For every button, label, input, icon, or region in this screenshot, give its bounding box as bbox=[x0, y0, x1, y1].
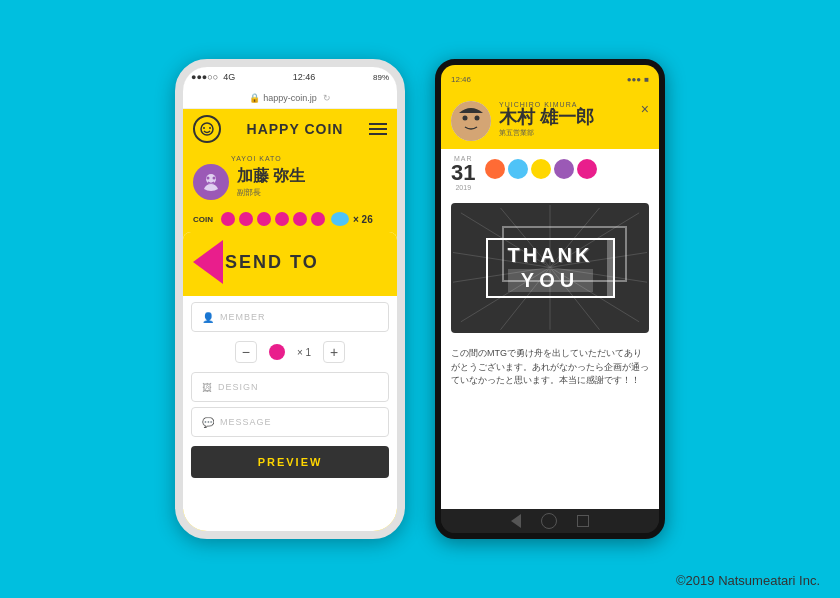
svg-point-7 bbox=[463, 116, 468, 121]
android-phone: 12:46 ●●● ■ bbox=[435, 59, 665, 539]
date-block: MAR 31 2019 bbox=[451, 155, 475, 191]
network-type: 4G bbox=[223, 72, 235, 82]
send-header: SEND TO bbox=[183, 232, 397, 296]
svg-point-1 bbox=[203, 127, 205, 129]
coin-dot-4 bbox=[275, 212, 289, 226]
refresh-icon[interactable]: ↻ bbox=[323, 93, 331, 103]
quantity-coin bbox=[269, 344, 285, 360]
app-header: HAPPY COIN bbox=[183, 109, 397, 149]
coin-count: × 26 bbox=[353, 214, 373, 225]
coin-dot-2 bbox=[239, 212, 253, 226]
coin-dot-5 bbox=[293, 212, 307, 226]
iphone-status-bar: ●●●○○ 4G 12:46 89% bbox=[183, 67, 397, 87]
person-avatar-photo bbox=[451, 101, 491, 141]
hamburger-menu[interactable] bbox=[369, 123, 387, 135]
member-field[interactable]: 👤 MEMBER bbox=[191, 302, 389, 332]
profile-name-romaji: YAYOI KATO bbox=[231, 155, 387, 162]
preview-button[interactable]: PREVIEW bbox=[191, 446, 389, 478]
member-placeholder: MEMBER bbox=[220, 312, 266, 322]
user-avatar bbox=[193, 164, 229, 200]
svg-point-6 bbox=[451, 101, 491, 141]
design-placeholder: DESIGN bbox=[218, 382, 259, 392]
coin-row: COIN × 26 bbox=[183, 208, 397, 232]
date-year: 2019 bbox=[451, 184, 475, 191]
recents-button[interactable] bbox=[577, 515, 589, 527]
image-icon: 🖼 bbox=[202, 382, 212, 393]
copyright-text: ©2019 Natsumeatari Inc. bbox=[676, 573, 820, 588]
user-dept: 副部長 bbox=[237, 187, 305, 198]
reaction-dot-4 bbox=[554, 159, 574, 179]
battery-level: 89% bbox=[373, 73, 389, 82]
coin-separator bbox=[331, 212, 349, 226]
design-field[interactable]: 🖼 DESIGN bbox=[191, 372, 389, 402]
close-button[interactable]: × bbox=[641, 101, 649, 117]
thank-you-card-image: THANK YOU bbox=[451, 203, 649, 333]
android-battery: ■ bbox=[644, 75, 649, 84]
profile-section: YAYOI KATO 加藤 弥生 副部長 bbox=[183, 149, 397, 208]
reaction-dot-5 bbox=[577, 159, 597, 179]
quantity-value: × 1 bbox=[297, 347, 311, 358]
reaction-dots bbox=[485, 155, 597, 179]
coin-dot-3 bbox=[257, 212, 271, 226]
coin-dot-1 bbox=[221, 212, 235, 226]
svg-point-8 bbox=[475, 116, 480, 121]
message-icon: 💬 bbox=[202, 417, 214, 428]
reaction-dot-3 bbox=[531, 159, 551, 179]
clock-time: 12:46 bbox=[293, 72, 316, 82]
iphone-url-bar[interactable]: 🔒 happy-coin.jp ↻ bbox=[183, 87, 397, 109]
app-logo bbox=[193, 115, 221, 143]
card-person-info: YUICHIRO KIMURA 木村 雄一郎 第五営業部 bbox=[499, 101, 633, 138]
date-reaction-row: MAR 31 2019 bbox=[441, 149, 659, 197]
message-placeholder: MESSAGE bbox=[220, 417, 272, 427]
android-card-header: YUICHIRO KIMURA 木村 雄一郎 第五営業部 × bbox=[441, 93, 659, 149]
android-bottom-nav bbox=[441, 509, 659, 533]
arrow-icon bbox=[193, 240, 223, 284]
coin-dot-6 bbox=[311, 212, 325, 226]
android-time: 12:46 bbox=[451, 75, 471, 84]
iphone-phone: ●●●○○ 4G 12:46 89% 🔒 happy-coin.jp ↻ bbox=[175, 59, 405, 539]
home-button[interactable] bbox=[541, 513, 557, 529]
decrease-button[interactable]: − bbox=[235, 341, 257, 363]
android-content: YUICHIRO KIMURA 木村 雄一郎 第五営業部 × MAR 31 20… bbox=[441, 93, 659, 509]
reaction-dot-2 bbox=[508, 159, 528, 179]
lock-icon: 🔒 bbox=[249, 93, 260, 103]
main-container: ●●●○○ 4G 12:46 89% 🔒 happy-coin.jp ↻ bbox=[0, 0, 840, 598]
person-icon: 👤 bbox=[202, 312, 214, 323]
android-signal: ●●● bbox=[627, 75, 642, 84]
svg-point-4 bbox=[207, 177, 210, 180]
profile-info: 加藤 弥生 副部長 bbox=[237, 166, 305, 198]
back-button[interactable] bbox=[511, 514, 521, 528]
increase-button[interactable]: + bbox=[323, 341, 345, 363]
send-to-label: SEND TO bbox=[225, 252, 319, 273]
send-form: 👤 MEMBER − × 1 + 🖼 DESIGN bbox=[183, 296, 397, 484]
send-section: SEND TO 👤 MEMBER − × 1 + bbox=[183, 232, 397, 531]
app-title: HAPPY COIN bbox=[247, 121, 344, 137]
quantity-row: − × 1 + bbox=[191, 337, 389, 367]
url-text: happy-coin.jp bbox=[263, 93, 317, 103]
reaction-dot-1 bbox=[485, 159, 505, 179]
message-field[interactable]: 💬 MESSAGE bbox=[191, 407, 389, 437]
android-status: ●●● ■ bbox=[627, 75, 649, 84]
coin-label: COIN bbox=[193, 215, 213, 224]
profile-row: 加藤 弥生 副部長 bbox=[193, 164, 387, 200]
date-day: 31 bbox=[451, 162, 475, 184]
user-name-jp: 加藤 弥生 bbox=[237, 166, 305, 187]
signal-dots: ●●●○○ bbox=[191, 72, 218, 82]
svg-point-2 bbox=[209, 127, 211, 129]
message-body: この間のMTGで勇け舟を出していただいてありがとうございます。あれがなかったら企… bbox=[441, 339, 659, 396]
status-left: ●●●○○ 4G bbox=[191, 72, 235, 82]
svg-point-5 bbox=[213, 177, 216, 180]
android-top-bar: 12:46 ●●● ■ bbox=[441, 65, 659, 93]
person-name-jp: 木村 雄一郎 bbox=[499, 108, 633, 128]
iphone-app-content: HAPPY COIN YAYOI KATO bbox=[183, 109, 397, 531]
person-dept: 第五営業部 bbox=[499, 128, 633, 138]
